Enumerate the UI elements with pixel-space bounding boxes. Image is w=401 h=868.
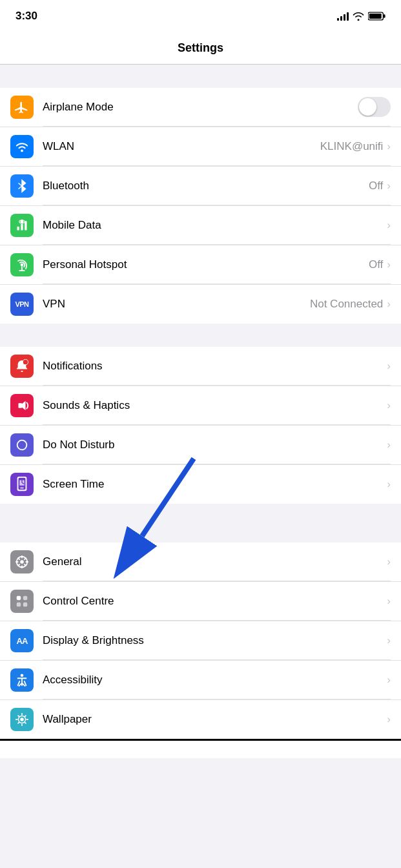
mobile-data-chevron: › bbox=[387, 219, 391, 232]
accessibility-right: › bbox=[387, 674, 391, 687]
personal-hotspot-content: Personal Hotspot Off › bbox=[43, 245, 391, 284]
bluetooth-icon bbox=[10, 174, 34, 198]
row-wallpaper[interactable]: Wallpaper › bbox=[0, 700, 401, 739]
accessibility-chevron: › bbox=[387, 674, 391, 687]
display-brightness-chevron: › bbox=[387, 634, 391, 647]
wlan-right: KLINK@unifi › bbox=[320, 140, 391, 153]
wallpaper-icon bbox=[10, 708, 34, 731]
svg-rect-7 bbox=[21, 224, 23, 231]
airplane-mode-content: Airplane Mode bbox=[43, 88, 391, 127]
row-bluetooth[interactable]: Bluetooth Off › bbox=[0, 167, 401, 206]
row-wlan[interactable]: WLAN KLINK@unifi › bbox=[0, 127, 401, 167]
mobile-data-right: › bbox=[387, 219, 391, 232]
row-airplane-mode[interactable]: Airplane Mode bbox=[0, 88, 401, 127]
section-connectivity: Airplane Mode WLAN KLINK@unifi › bbox=[0, 88, 401, 324]
nav-header: Settings bbox=[0, 32, 401, 65]
bluetooth-right: Off › bbox=[369, 180, 391, 192]
status-bar: 3:30 bbox=[0, 0, 401, 32]
wallpaper-right: › bbox=[387, 713, 391, 726]
screen-time-chevron: › bbox=[387, 478, 391, 491]
do-not-disturb-right: › bbox=[387, 439, 391, 451]
svg-rect-25 bbox=[17, 603, 21, 606]
control-centre-chevron: › bbox=[387, 595, 391, 608]
control-centre-right: › bbox=[387, 595, 391, 608]
wifi-icon bbox=[353, 12, 364, 21]
status-time: 3:30 bbox=[15, 10, 37, 23]
personal-hotspot-label: Personal Hotspot bbox=[43, 258, 127, 271]
general-label: General bbox=[43, 555, 81, 568]
row-mobile-data[interactable]: Mobile Data › bbox=[0, 206, 401, 245]
wallpaper-content: Wallpaper › bbox=[43, 700, 391, 739]
display-brightness-content: Display & Brightness › bbox=[43, 621, 391, 660]
display-brightness-label: Display & Brightness bbox=[43, 634, 144, 647]
wallpaper-chevron: › bbox=[387, 713, 391, 726]
row-control-centre[interactable]: Control Centre › bbox=[0, 582, 401, 621]
svg-rect-26 bbox=[23, 603, 27, 606]
bluetooth-chevron: › bbox=[387, 180, 391, 192]
bluetooth-content: Bluetooth Off › bbox=[43, 167, 391, 205]
airplane-mode-icon bbox=[10, 96, 34, 119]
wlan-label: WLAN bbox=[43, 140, 74, 153]
bluetooth-label: Bluetooth bbox=[43, 180, 89, 192]
notifications-right: › bbox=[387, 360, 391, 373]
svg-point-28 bbox=[20, 718, 24, 721]
screen-time-icon bbox=[10, 473, 34, 496]
signal-icon bbox=[337, 12, 349, 21]
section-gap-3 bbox=[0, 504, 401, 542]
sounds-haptics-right: › bbox=[387, 399, 391, 412]
wlan-chevron: › bbox=[387, 140, 391, 153]
wlan-value: KLINK@unifi bbox=[320, 140, 384, 153]
vpn-label: VPN bbox=[43, 298, 65, 311]
notifications-icon bbox=[10, 355, 34, 378]
status-icons bbox=[337, 12, 386, 21]
do-not-disturb-label: Do Not Disturb bbox=[43, 439, 114, 451]
annotation-arrow bbox=[65, 452, 245, 555]
control-centre-label: Control Centre bbox=[43, 595, 114, 608]
personal-hotspot-right: Off › bbox=[369, 258, 391, 271]
svg-point-14 bbox=[23, 360, 28, 365]
vpn-right: Not Connected › bbox=[310, 298, 391, 311]
row-notifications[interactable]: Notifications › bbox=[0, 347, 401, 386]
bluetooth-value: Off bbox=[369, 180, 383, 192]
svg-point-11 bbox=[21, 264, 24, 267]
mobile-data-label: Mobile Data bbox=[43, 219, 101, 232]
svg-rect-1 bbox=[384, 14, 386, 17]
general-chevron: › bbox=[387, 555, 391, 568]
display-brightness-right: › bbox=[387, 634, 391, 647]
accessibility-content: Accessibility › bbox=[43, 661, 391, 699]
svg-rect-2 bbox=[369, 14, 382, 19]
personal-hotspot-chevron: › bbox=[387, 258, 391, 271]
airplane-mode-right[interactable] bbox=[358, 97, 391, 117]
airplane-mode-toggle[interactable] bbox=[358, 97, 391, 117]
section-system2: General › Control Centre › AA Display & bbox=[0, 542, 401, 739]
svg-point-3 bbox=[21, 150, 23, 152]
vpn-chevron: › bbox=[387, 298, 391, 311]
bottom-clip bbox=[0, 739, 401, 758]
row-sounds-haptics[interactable]: Sounds & Haptics › bbox=[0, 386, 401, 426]
svg-marker-16 bbox=[22, 401, 26, 411]
notifications-chevron: › bbox=[387, 360, 391, 373]
svg-rect-20 bbox=[20, 488, 24, 489]
row-personal-hotspot[interactable]: Personal Hotspot Off › bbox=[0, 245, 401, 285]
svg-point-27 bbox=[21, 674, 24, 677]
sounds-haptics-label: Sounds & Haptics bbox=[43, 399, 130, 412]
control-centre-icon bbox=[10, 590, 34, 613]
svg-point-22 bbox=[20, 560, 24, 564]
do-not-disturb-chevron: › bbox=[387, 439, 391, 451]
svg-rect-8 bbox=[25, 221, 26, 230]
general-right: › bbox=[387, 555, 391, 568]
personal-hotspot-value: Off bbox=[369, 258, 383, 271]
row-accessibility[interactable]: Accessibility › bbox=[0, 661, 401, 700]
svg-rect-6 bbox=[17, 227, 19, 231]
row-vpn[interactable]: VPN VPN Not Connected › bbox=[0, 285, 401, 324]
vpn-content: VPN Not Connected › bbox=[43, 285, 391, 324]
vpn-icon: VPN bbox=[10, 293, 34, 316]
page-title: Settings bbox=[178, 41, 223, 54]
row-display-brightness[interactable]: AA Display & Brightness › bbox=[0, 621, 401, 661]
wlan-content: WLAN KLINK@unifi › bbox=[43, 127, 391, 166]
battery-icon bbox=[368, 12, 386, 21]
wlan-icon bbox=[10, 135, 34, 158]
accessibility-label: Accessibility bbox=[43, 674, 103, 687]
display-brightness-icon: AA bbox=[10, 629, 34, 652]
sounds-haptics-icon bbox=[10, 394, 34, 417]
